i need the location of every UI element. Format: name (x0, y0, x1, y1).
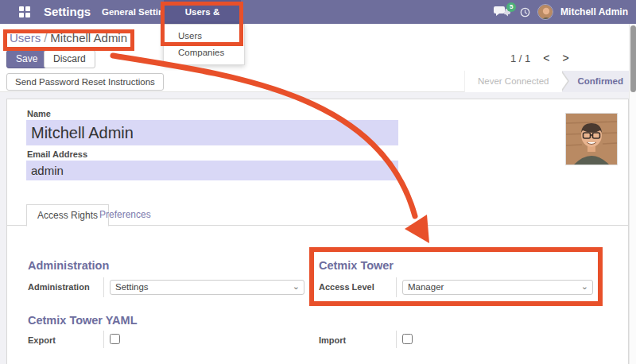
import-label: Import (319, 335, 346, 345)
vertical-scrollbar[interactable] (629, 24, 636, 364)
pager: 1 / 1 < > (510, 52, 569, 64)
name-input[interactable] (26, 120, 398, 145)
label-field-divider (103, 277, 104, 297)
activities-clock-icon[interactable] (520, 7, 530, 17)
access-level-label: Access Level (319, 282, 374, 292)
app-title: Settings (44, 0, 91, 24)
dropdown-item-companies[interactable]: Companies (164, 45, 244, 61)
form-statusbar-row: Send Password Reset Instructions Never C… (0, 71, 636, 92)
export-label: Export (28, 335, 56, 345)
discard-button[interactable]: Discard (44, 50, 95, 68)
save-button[interactable]: Save (6, 50, 47, 68)
messages-count-badge: 5 (506, 2, 516, 12)
access-level-select[interactable]: Manager⌄ (402, 280, 593, 295)
administration-field-label: Administration (28, 282, 90, 292)
scrollbar-thumb[interactable] (630, 25, 636, 92)
menu-users-and-companies[interactable]: Users & Companies (164, 0, 241, 24)
section-title-cetmix-tower-yaml: Cetmix Tower YAML (28, 314, 138, 327)
pager-previous-icon[interactable]: < (543, 52, 549, 64)
user-avatar-small[interactable] (537, 4, 553, 20)
pager-next-icon[interactable]: > (562, 52, 568, 64)
user-menu[interactable]: Mitchell Admin (560, 6, 628, 17)
chevron-down-icon: ⌄ (293, 280, 300, 293)
top-navbar: Settings General Settings Users & Compan… (0, 0, 636, 24)
import-checkbox[interactable] (402, 334, 413, 344)
tab-preferences[interactable]: Preferences (89, 204, 161, 226)
administration-select[interactable]: Settings⌄ (110, 280, 304, 295)
breadcrumb: Users/Mitchell Admin (10, 31, 127, 45)
breadcrumb-users-link[interactable]: Users (10, 31, 41, 45)
user-photo[interactable] (565, 113, 618, 165)
control-panel: Users/Mitchell Admin Save Discard 1 / 1 … (0, 24, 636, 92)
email-label: Email Address (27, 149, 87, 159)
notebook-tabs: Access Rights Preferences (7, 204, 628, 226)
label-field-divider (103, 331, 104, 348)
status-step-never-connected[interactable]: Never Connected (464, 71, 562, 92)
section-title-cetmix-tower: Cetmix Tower (319, 259, 394, 272)
dropdown-item-users[interactable]: Users (164, 28, 244, 45)
apps-menu-icon[interactable] (19, 6, 30, 17)
label-field-divider (396, 277, 397, 297)
form-sheet: Name Email Address (6, 99, 629, 364)
name-label: Name (27, 109, 51, 118)
chevron-down-icon: ⌄ (581, 280, 588, 293)
status-step-confirmed: Confirmed (562, 71, 636, 92)
messages-icon[interactable]: 5 (494, 5, 513, 19)
send-password-reset-button[interactable]: Send Password Reset Instructions (6, 73, 164, 91)
breadcrumb-separator: / (41, 31, 50, 45)
export-checkbox[interactable] (110, 334, 120, 344)
breadcrumb-current: Mitchell Admin (50, 31, 127, 45)
odoo-settings-window: Settings General Settings Users & Compan… (0, 0, 636, 364)
email-input[interactable] (26, 161, 398, 180)
pager-value: 1 / 1 (510, 52, 530, 64)
label-field-divider (396, 331, 397, 348)
users-companies-dropdown: Users Companies (163, 24, 245, 65)
statusbar: Never Connected Confirmed (464, 71, 636, 92)
section-title-administration: Administration (28, 259, 109, 272)
